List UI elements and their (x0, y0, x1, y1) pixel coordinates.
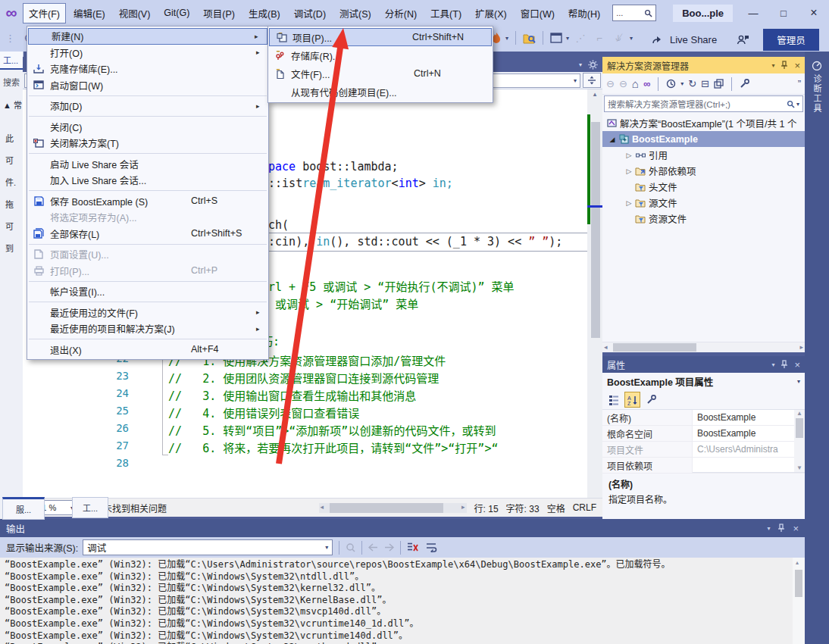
menu-item-page-setup[interactable]: 页面设置(U)... (27, 246, 268, 263)
toolbox-search-label[interactable]: 搜索 (0, 76, 23, 88)
properties-vertical-scrollbar[interactable]: ▲ ▼ (794, 410, 805, 472)
menu-item-open[interactable]: 打开(O)▸ (27, 45, 268, 61)
toolbar-caret-icon[interactable]: ▾ (566, 35, 569, 42)
scroll-up-icon[interactable]: ▴ (796, 559, 799, 566)
menubar-analyze[interactable]: 分析(N) (379, 3, 423, 23)
properties-object-selector[interactable]: BoostExample 项目属性 ▾ (602, 373, 805, 390)
solution-search-input[interactable]: 搜索解决方案资源管理器(Ctrl+;) ▾ (604, 95, 803, 112)
maximize-button[interactable]: □ (768, 2, 799, 24)
window-position-caret-icon[interactable]: ▾ (771, 62, 774, 69)
feedback-icon[interactable] (737, 34, 749, 45)
tree-row-source-files[interactable]: ▷ 源文件 (602, 195, 805, 211)
switch-views-icon[interactable]: ∞ (643, 78, 650, 89)
toolbox-category[interactable]: ▲ 常 (0, 98, 23, 111)
menu-item-new[interactable]: 新建(N)▸ (28, 28, 267, 45)
menu-item-start-liveshare[interactable]: 启动 Live Share 会话 (27, 156, 268, 173)
editor-vertical-scrollbar[interactable]: ▴ (587, 89, 602, 498)
menubar-file[interactable]: 文件(F) (23, 3, 66, 23)
toolbar-overflow-icon[interactable]: ” (798, 78, 801, 89)
split-window-button[interactable] (583, 73, 601, 88)
scroll-right-icon[interactable]: ▸ (461, 503, 465, 511)
menubar-project[interactable]: 项目(P) (197, 3, 241, 23)
live-share-label[interactable]: Live Share (670, 34, 717, 45)
tab-server-explorer[interactable]: 服... (2, 497, 45, 520)
tree-row-project[interactable]: ◢ BoostExample (602, 131, 805, 147)
scroll-right-icon[interactable]: ▸ (799, 343, 803, 351)
menubar-debug[interactable]: 调试(D) (288, 3, 332, 23)
properties-header[interactable]: 属性 ▾ × (602, 356, 805, 373)
hscrollbar-thumb[interactable] (613, 343, 696, 352)
menubar-git[interactable]: Git(G) (158, 5, 196, 21)
menu-item-close[interactable]: 关闭(C) (27, 119, 268, 136)
quick-search-box[interactable]: ... (612, 5, 656, 21)
menu-item-exit[interactable]: 退出(X) Alt+F4 (27, 342, 268, 358)
submenu-item-new-project[interactable]: 项目(P)... Ctrl+Shift+N (269, 28, 492, 46)
output-source-dropdown[interactable]: 调试 ▾ (83, 539, 333, 555)
toolbar-overflow-caret-icon[interactable]: ▾ (630, 35, 633, 42)
submenu-item-project-from-existing-code[interactable]: 从现有代码创建项目(E)... (268, 83, 493, 101)
close-icon[interactable]: × (793, 523, 799, 534)
solution-explorer-header[interactable]: 解决方案资源管理器 ▾ × (602, 57, 805, 73)
scroll-up-icon[interactable]: ▲ (796, 410, 802, 417)
menu-item-print[interactable]: 打印(P)... Ctrl+P (27, 263, 268, 280)
menu-item-close-solution[interactable]: 关闭解决方案(T) (27, 135, 268, 152)
window-position-caret-icon[interactable]: ▾ (771, 361, 774, 368)
menu-item-save-as[interactable]: 将选定项另存为(A)... (27, 209, 268, 226)
tree-row-external-deps[interactable]: ▷ 外部依赖项 (602, 163, 805, 179)
hscrollbar-thumb[interactable] (330, 503, 443, 513)
menu-item-recent-files[interactable]: 最近使用过的文件(F)▸ (27, 305, 268, 321)
scrollbar-thumb[interactable] (591, 122, 600, 338)
toolbar-drag-handle[interactable]: ⋮ (3, 29, 18, 47)
submenu-item-new-repository[interactable]: 存储库(R)... (268, 46, 493, 64)
expander-expanded-icon[interactable]: ◢ (607, 136, 618, 143)
scroll-left-icon[interactable]: ◂ (321, 503, 324, 511)
submenu-item-new-file[interactable]: 文件(F)... Ctrl+N (268, 64, 493, 83)
menubar-help[interactable]: 帮助(H) (562, 3, 606, 23)
word-wrap-icon[interactable] (426, 542, 437, 552)
menubar-tools[interactable]: 工具(T) (424, 3, 468, 23)
pin-icon[interactable] (781, 360, 788, 369)
scroll-up-icon[interactable]: ▴ (587, 90, 602, 98)
pin-icon[interactable] (781, 61, 788, 70)
collapse-all-icon[interactable]: ⊟ (701, 78, 709, 89)
tree-row-solution[interactable]: 解决方案“BoostExample”(1 个项目/共 1 个 (602, 115, 805, 131)
menubar-edit[interactable]: 编辑(E) (67, 3, 111, 23)
live-share-icon[interactable] (652, 34, 664, 45)
refresh-icon[interactable]: ↻ (688, 78, 696, 89)
tree-row-header-files[interactable]: 头文件 (602, 179, 805, 195)
property-row[interactable]: (名称) BoostExample (602, 410, 805, 426)
admin-button[interactable]: 管理员 (763, 29, 819, 51)
property-row[interactable]: 项目文件 C:\Users\Administra (602, 442, 805, 458)
clear-all-icon[interactable] (407, 542, 418, 552)
menu-item-save[interactable]: 保存 BoostExample (S) Ctrl+S (27, 193, 268, 210)
output-vertical-scrollbar[interactable]: ▴ (793, 558, 805, 644)
close-icon[interactable]: × (794, 359, 800, 370)
filter-caret-icon[interactable]: ▾ (680, 80, 684, 87)
scroll-left-icon[interactable]: ◂ (604, 343, 608, 351)
window-position-caret-icon[interactable]: ▾ (767, 525, 770, 532)
output-content[interactable]: “BoostExample.exe” (Win32): 已加载“C:\Users… (0, 558, 805, 644)
menu-item-recent-projects[interactable]: 最近使用的项目和解决方案(J)▸ (27, 320, 268, 337)
expander-collapsed-icon[interactable]: ▷ (624, 152, 634, 159)
pin-icon[interactable] (777, 524, 785, 533)
find-in-files-icon[interactable] (523, 33, 536, 44)
scroll-down-icon[interactable]: ▼ (796, 464, 802, 471)
property-pages-wrench-button[interactable] (644, 392, 659, 407)
menu-item-add[interactable]: 添加(D)▸ (27, 98, 268, 114)
alphabetical-sort-button[interactable]: AZ (624, 392, 640, 408)
menu-item-start-window[interactable]: 启动窗口(W) (27, 77, 268, 94)
menubar-test[interactable]: 测试(S) (333, 3, 377, 23)
tab-toolbox[interactable]: 工... (72, 497, 108, 518)
expander-collapsed-icon[interactable]: ▷ (624, 167, 634, 175)
property-row[interactable]: 根命名空间 BoostExample (602, 426, 805, 442)
hot-reload-caret-icon[interactable]: ▾ (505, 35, 508, 42)
menubar-extensions[interactable]: 扩展(X) (469, 3, 513, 23)
pending-changes-filter-icon[interactable] (666, 79, 676, 89)
menu-item-save-all[interactable]: 全部保存(L) Ctrl+Shift+S (27, 226, 268, 242)
forward-icon[interactable]: ⊖ (619, 78, 627, 89)
menubar-build[interactable]: 生成(B) (242, 3, 286, 23)
close-icon[interactable]: × (794, 60, 800, 71)
vscrollbar-thumb[interactable] (795, 570, 802, 597)
menu-item-account-settings[interactable]: 帐户设置(I)... (27, 283, 268, 300)
properties-wrench-icon[interactable] (740, 79, 749, 89)
